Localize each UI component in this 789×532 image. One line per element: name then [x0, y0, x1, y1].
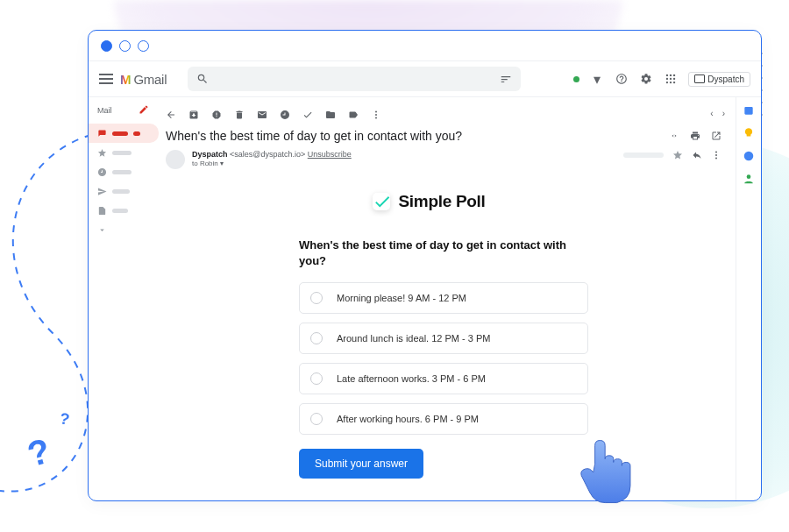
poll-option[interactable]: Around lunch is ideal. 12 PM - 3 PM: [299, 323, 588, 354]
svg-point-0: [666, 74, 668, 76]
poll-option[interactable]: Late afternoon works. 3 PM - 6 PM: [299, 363, 588, 394]
task-icon[interactable]: [302, 108, 313, 118]
sidebar-item[interactable]: [89, 143, 159, 162]
poll-option[interactable]: Morning please! 9 AM - 12 PM: [299, 282, 588, 314]
svg-point-12: [715, 152, 717, 153]
window-control-dot[interactable]: [138, 40, 149, 52]
svg-point-3: [666, 78, 668, 80]
subject-row: When's the best time of day to get in co…: [162, 124, 725, 148]
sidebar-item-inbox[interactable]: [89, 124, 159, 143]
window-titlebar: [89, 31, 761, 61]
poll-option-label: After working hours. 6 PM - 9 PM: [337, 414, 479, 424]
svg-point-7: [670, 82, 672, 83]
gear-icon[interactable]: [639, 72, 653, 86]
calendar-icon[interactable]: [743, 104, 755, 117]
svg-point-17: [747, 174, 751, 179]
delete-icon[interactable]: [234, 108, 245, 118]
move-icon[interactable]: [325, 108, 336, 118]
svg-point-13: [715, 154, 717, 156]
tune-icon[interactable]: [500, 73, 512, 85]
radio-icon: [310, 413, 323, 425]
sender-name: Dyspatch: [192, 150, 228, 159]
timestamp-placeholder: [623, 153, 664, 158]
svg-point-8: [673, 82, 675, 83]
window-control-dot[interactable]: [119, 40, 131, 52]
apps-grid-icon[interactable]: [664, 72, 678, 86]
sidebar-item-pill: [112, 151, 132, 155]
more-icon[interactable]: [371, 108, 381, 118]
dyspatch-addon-button[interactable]: Dyspatch: [688, 72, 750, 87]
sidebar-header: Mail: [97, 106, 112, 115]
keep-icon[interactable]: [743, 127, 755, 139]
poll-question: When's the best time of day to get in co…: [299, 238, 588, 268]
tasks-icon[interactable]: [743, 150, 755, 162]
snooze-icon[interactable]: [280, 108, 290, 118]
archive-icon[interactable]: [188, 108, 199, 118]
presence-indicator-icon: [573, 76, 579, 82]
pointer-cursor-icon: [566, 430, 650, 514]
popout-icon[interactable]: [711, 131, 721, 141]
message-toolbar: ‹ ›: [162, 103, 725, 124]
dyspatch-addon-label: Dyspatch: [707, 74, 744, 84]
search-icon: [196, 73, 209, 85]
sidebar-item[interactable]: [89, 162, 159, 181]
inbox-icon: [97, 129, 107, 138]
help-icon[interactable]: [615, 72, 629, 86]
poll-option[interactable]: After working hours. 6 PM - 9 PM: [299, 403, 588, 435]
mail-icon[interactable]: [257, 108, 267, 118]
svg-point-4: [670, 78, 672, 80]
gmail-logo-m: M: [120, 72, 132, 87]
avatar: [166, 150, 185, 169]
submit-button[interactable]: Submit your answer: [299, 449, 423, 479]
sender-actions: [623, 150, 721, 160]
chevron-left-icon[interactable]: ‹: [710, 109, 713, 118]
svg-point-9: [375, 111, 377, 113]
compose-icon[interactable]: [139, 103, 149, 118]
contacts-icon[interactable]: [743, 173, 755, 185]
star-icon[interactable]: [672, 150, 683, 160]
radio-icon: [310, 372, 323, 385]
svg-point-2: [673, 74, 675, 76]
unsubscribe-link[interactable]: Unsubscribe: [308, 150, 352, 159]
to-recipient: to Robin: [192, 160, 218, 168]
gmail-sidebar: Mail: [89, 97, 159, 500]
poll-option-label: Morning please! 9 AM - 12 PM: [337, 293, 466, 303]
back-icon[interactable]: [166, 108, 176, 118]
reply-icon[interactable]: [692, 150, 702, 160]
more-icon[interactable]: [711, 150, 721, 160]
sidebar-item-pill: [112, 209, 128, 213]
poll-card: Simple Poll When's the best time of day …: [299, 190, 588, 500]
caret-down-icon[interactable]: ▾: [590, 72, 604, 86]
print-icon[interactable]: [690, 131, 700, 141]
sidebar-item[interactable]: [89, 181, 159, 201]
gmail-app: M Gmail ▾ Dyspatch: [89, 61, 761, 500]
search-input[interactable]: [188, 67, 521, 91]
poll-brand: Simple Poll: [398, 192, 485, 211]
chevron-down-icon: [97, 225, 107, 235]
chevron-right-icon[interactable]: ›: [722, 109, 725, 118]
svg-point-10: [375, 114, 377, 116]
label-icon[interactable]: [348, 108, 359, 118]
hamburger-menu-icon[interactable]: [99, 74, 113, 84]
expand-icon[interactable]: [669, 131, 679, 141]
spam-icon[interactable]: [211, 108, 222, 118]
sender-line: Dyspatch <sales@dyspatch.io> Unsubscribe: [192, 150, 352, 160]
gmail-logo[interactable]: M Gmail: [120, 72, 167, 87]
sender-email: <sales@dyspatch.io>: [230, 150, 305, 159]
file-icon: [97, 206, 107, 216]
poll-logo: Simple Poll: [267, 190, 588, 213]
gmail-topbar: M Gmail ▾ Dyspatch: [89, 61, 761, 97]
svg-point-6: [666, 82, 668, 83]
clock-icon: [97, 167, 107, 177]
send-icon: [97, 187, 107, 196]
sidebar-item-more[interactable]: [89, 220, 159, 239]
svg-point-5: [673, 78, 675, 80]
svg-rect-15: [744, 107, 752, 115]
sidebar-item[interactable]: [89, 201, 159, 220]
topbar-right: ▾ Dyspatch: [563, 72, 750, 87]
poll-option-label: Around lunch is ideal. 12 PM - 3 PM: [337, 333, 490, 344]
pager: ‹ ›: [710, 109, 725, 118]
window-control-dot[interactable]: [101, 40, 112, 52]
to-line[interactable]: to Robin ▾: [192, 160, 352, 168]
sidebar-item-pill: [112, 189, 130, 194]
